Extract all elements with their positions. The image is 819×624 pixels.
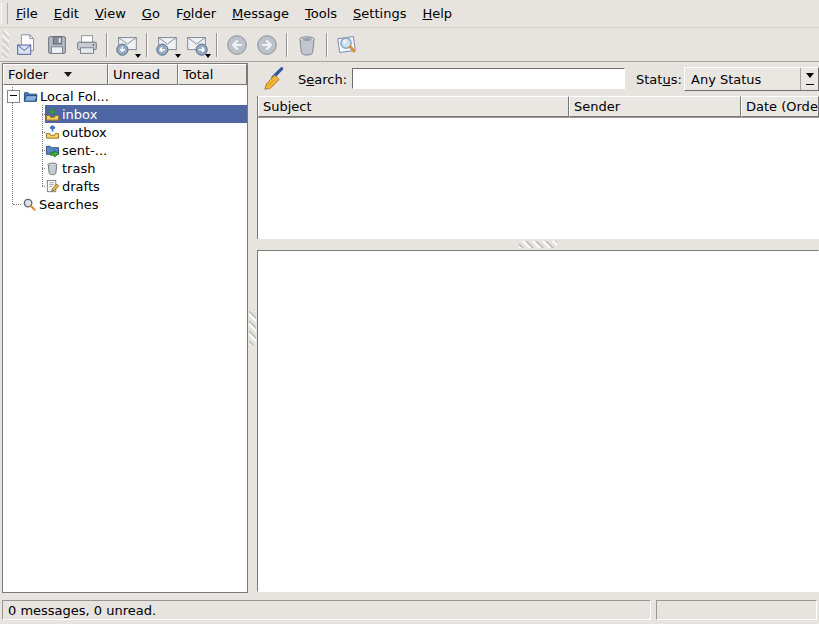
sent-folder-icon <box>45 143 60 158</box>
message-list-header: SubjectSenderDate (Order o <box>258 96 819 117</box>
folder-row-main[interactable]: sent-... <box>45 141 247 159</box>
column-header-total[interactable]: Total <box>178 64 247 85</box>
horizontal-splitter[interactable] <box>257 239 819 250</box>
check-mail-button[interactable] <box>112 30 142 60</box>
folder-row-main[interactable]: drafts <box>45 177 247 195</box>
column-label: Unread <box>113 67 160 82</box>
trash-button[interactable] <box>292 30 322 60</box>
folder-panel: FolderUnreadTotal Local Fol...inboxoutbo… <box>2 63 248 593</box>
vertical-splitter[interactable] <box>248 63 257 593</box>
menubar-items: FileEditViewGoFolderMessageToolsSettings… <box>8 2 460 25</box>
folder-item-inbox[interactable]: inbox <box>3 105 247 123</box>
status-filter-combobox[interactable]: Any Status <box>684 67 819 91</box>
folder-label: sent-... <box>62 143 107 158</box>
folder-row-main[interactable]: trash <box>45 159 247 177</box>
search-label: Search: <box>298 72 347 87</box>
reply-button[interactable] <box>152 30 182 60</box>
search-input[interactable] <box>352 68 625 89</box>
column-label: Subject <box>263 99 312 114</box>
column-label: Total <box>183 67 213 82</box>
message-preview-pane <box>257 250 819 592</box>
dropdown-arrow-icon[interactable] <box>175 54 181 61</box>
column-header-unread[interactable]: Unread <box>108 64 178 85</box>
clear-search-button[interactable] <box>261 64 289 92</box>
toolbar-separator <box>216 33 218 57</box>
inbox-icon <box>45 107 60 122</box>
tree-expander-minus-icon[interactable] <box>7 90 20 103</box>
column-label: Date (Order o <box>746 99 819 114</box>
folder-label: trash <box>62 161 95 176</box>
folder-item-sent[interactable]: sent-... <box>3 141 247 159</box>
menubar: FileEditViewGoFolderMessageToolsSettings… <box>0 0 819 28</box>
menu-help[interactable]: Help <box>414 2 460 25</box>
drafts-icon <box>45 179 60 194</box>
folder-row-main[interactable]: Local Fol... <box>23 87 247 105</box>
folder-label: Searches <box>39 197 98 212</box>
folder-label: Local Fol... <box>40 89 109 104</box>
folder-row-main[interactable]: Searches <box>22 195 247 213</box>
menu-message[interactable]: Message <box>224 2 297 25</box>
menu-edit[interactable]: Edit <box>46 2 87 25</box>
save-button[interactable] <box>42 30 72 60</box>
sort-down-icon <box>64 72 72 81</box>
forward-nav-button[interactable] <box>252 30 282 60</box>
menu-settings[interactable]: Settings <box>345 2 414 25</box>
column-header-sender[interactable]: Sender <box>569 96 741 117</box>
menu-go[interactable]: Go <box>134 2 168 25</box>
new-message-button[interactable] <box>12 30 42 60</box>
menubar-drag-handle[interactable] <box>1 3 8 24</box>
folder-item-local-fol[interactable]: Local Fol... <box>3 87 247 105</box>
combo-dropdown-button[interactable] <box>800 68 818 90</box>
menu-file[interactable]: File <box>8 2 46 25</box>
folder-label: inbox <box>62 107 97 122</box>
new-message-icon <box>14 32 40 58</box>
folder-item-drafts[interactable]: drafts <box>3 177 247 195</box>
toolbar-drag-handle[interactable] <box>2 31 9 58</box>
trash-icon <box>294 32 320 58</box>
folder-row-main[interactable]: outbox <box>45 123 247 141</box>
folder-item-searches[interactable]: Searches <box>3 195 247 213</box>
splitter-grip <box>519 241 557 248</box>
toolbar-separator <box>106 33 108 57</box>
dropdown-arrow-icon[interactable] <box>135 54 141 61</box>
broom-icon <box>263 66 288 91</box>
find-messages-icon <box>334 32 360 58</box>
kmail-window: FileEditViewGoFolderMessageToolsSettings… <box>0 0 819 624</box>
folder-item-trash[interactable]: trash <box>3 159 247 177</box>
status-combo-value: Any Status <box>685 72 800 87</box>
statusbar-message: 0 messages, 0 unread. <box>8 603 156 618</box>
status-label: Status: <box>636 72 682 87</box>
message-list: SubjectSenderDate (Order o <box>257 96 819 239</box>
print-button[interactable] <box>72 30 102 60</box>
folder-row-main[interactable]: inbox <box>45 105 247 123</box>
message-list-body <box>258 117 819 239</box>
folder-tree: Local Fol...inboxoutboxsent-...trashdraf… <box>3 85 247 592</box>
back-button[interactable] <box>222 30 252 60</box>
column-header-subject[interactable]: Subject <box>258 96 569 117</box>
toolbar <box>0 28 819 62</box>
folder-list-header: FolderUnreadTotal <box>3 64 247 85</box>
dropdown-arrow-icon[interactable] <box>205 54 211 61</box>
search-folder-icon <box>22 197 37 212</box>
folder-label: drafts <box>62 179 100 194</box>
combo-arrow-bar <box>806 84 814 85</box>
chevron-down-icon <box>806 73 814 82</box>
menu-folder[interactable]: Folder <box>168 2 224 25</box>
save-icon <box>44 32 70 58</box>
column-header-folder[interactable]: Folder <box>3 64 108 85</box>
menu-tools[interactable]: Tools <box>297 2 345 25</box>
outbox-icon <box>45 125 60 140</box>
column-header-date-order-o[interactable]: Date (Order o <box>741 96 819 117</box>
toolbar-separator <box>326 33 328 57</box>
column-label: Sender <box>574 99 620 114</box>
forward-nav-icon <box>254 32 280 58</box>
splitter-grip <box>249 311 256 345</box>
column-label: Folder <box>8 67 48 82</box>
open-folder-icon <box>23 89 38 104</box>
menu-view[interactable]: View <box>87 2 134 25</box>
forward-button[interactable] <box>182 30 212 60</box>
statusbar-right-panel <box>656 600 817 620</box>
folder-label: outbox <box>62 125 107 140</box>
folder-item-outbox[interactable]: outbox <box>3 123 247 141</box>
find-messages-button[interactable] <box>332 30 362 60</box>
